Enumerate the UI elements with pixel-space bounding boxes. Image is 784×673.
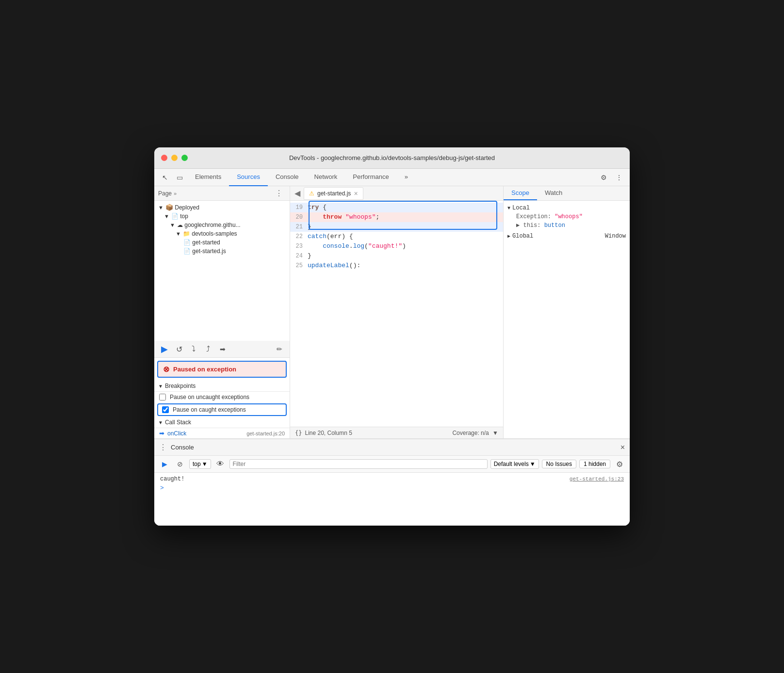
console-settings-icon[interactable]: ⚙ (613, 458, 626, 470)
console-prompt[interactable]: > (154, 483, 630, 493)
pause-uncaught-row: Pause on uncaught exceptions (154, 392, 290, 402)
code-line-24: 24 } (290, 251, 503, 261)
editor-tab-get-started-js[interactable]: ⚠ get-started.js × (304, 187, 363, 200)
console-eye-icon[interactable]: 👁 (214, 458, 227, 470)
tree-item-get-started[interactable]: 📄 get-started (154, 238, 290, 247)
tab-watch[interactable]: Watch (537, 186, 570, 200)
scope-global: ▶ Global Window (507, 232, 626, 240)
console-filter-input[interactable] (229, 459, 488, 469)
tree-item-devtools-samples[interactable]: ▼ 📁 devtools-samples (154, 229, 290, 238)
more-options-icon[interactable]: ⋮ (612, 171, 626, 184)
warning-icon: ⚠ (309, 190, 314, 197)
pause-uncaught-checkbox[interactable] (159, 394, 166, 401)
step-button[interactable]: ➡ (216, 343, 229, 355)
devtools-window: DevTools - googlechrome.github.io/devtoo… (154, 147, 630, 526)
console-no-issues-badge[interactable]: No Issues (542, 460, 576, 468)
tab-network[interactable]: Network (307, 169, 345, 186)
pause-caught-checkbox[interactable] (162, 406, 169, 413)
console-log-link[interactable]: get-started.js:23 (570, 476, 624, 482)
exception-close-icon: ⊗ (163, 365, 169, 374)
console-close-icon[interactable]: × (621, 443, 625, 452)
pause-caught-row: Pause on caught exceptions (157, 403, 287, 416)
tab-performance[interactable]: Performance (345, 169, 396, 186)
deactivate-breakpoints-button[interactable]: ✏ (273, 343, 286, 355)
step-over-button[interactable]: ↺ (173, 343, 185, 355)
tree-item-deployed[interactable]: ▼ 📦 Deployed (154, 203, 290, 212)
paused-on-exception-banner: ⊗ Paused on exception (157, 361, 287, 378)
tab-close-icon[interactable]: × (354, 190, 358, 197)
tab-sources[interactable]: Sources (229, 169, 268, 186)
code-line-19: 19 try { (290, 203, 503, 212)
scope-local: ▼ Local Exception: "whoops" ▶ this: butt… (507, 204, 626, 230)
console-area: ⋮ Console × ▶ ⊘ top ▼ 👁 Default levels ▼ (154, 438, 630, 526)
main-content: Page » ⋮ ▼ 📦 Deployed ▼ 📄 t (154, 186, 630, 438)
back-button[interactable]: ◀ (292, 188, 303, 199)
console-run-icon[interactable]: ▶ (158, 458, 171, 470)
tab-console[interactable]: Console (268, 169, 307, 186)
maximize-button[interactable] (181, 155, 188, 161)
panel-menu-icon[interactable]: ⋮ (272, 187, 286, 200)
format-icon[interactable]: {} (295, 430, 302, 436)
console-levels-dropdown[interactable]: Default levels ▼ (490, 459, 539, 469)
tree-item-get-started-js[interactable]: 📄 get-started.js (154, 247, 290, 256)
scope-local-header[interactable]: ▼ Local (507, 204, 626, 212)
code-line-21: 21 } (290, 222, 503, 232)
scope-content: ▼ Local Exception: "whoops" ▶ this: butt… (504, 201, 630, 245)
console-context-dropdown[interactable]: top ▼ (189, 459, 211, 469)
close-button[interactable] (161, 155, 167, 161)
traffic-lights (161, 155, 188, 161)
right-panel: Scope Watch ▼ Local Exception: (504, 186, 630, 438)
console-log-line: caught! get-started.js:23 (154, 475, 630, 483)
minimize-button[interactable] (171, 155, 178, 161)
left-panel: Page » ⋮ ▼ 📦 Deployed ▼ 📄 t (154, 186, 290, 438)
console-toolbar: ▶ ⊘ top ▼ 👁 Default levels ▼ No Issues 1… (154, 456, 630, 473)
tab-scope[interactable]: Scope (504, 186, 537, 200)
status-bar: {} Line 20, Column 5 Coverage: n/a ▼ (290, 427, 503, 438)
console-title: Console (171, 444, 194, 451)
settings-icon[interactable]: ⚙ (597, 171, 610, 184)
titlebar: DevTools - googlechrome.github.io/devtoo… (154, 147, 630, 169)
cursor-position: Line 20, Column 5 (305, 430, 352, 436)
console-dots-icon[interactable]: ⋮ (159, 443, 167, 452)
tree-item-top[interactable]: ▼ 📄 top (154, 212, 290, 221)
scope-exception: Exception: "whoops" (507, 212, 626, 221)
tree-item-domain[interactable]: ▼ ☁ googlechrome.githu... (154, 221, 290, 229)
cursor-tool-icon[interactable]: ↖ (158, 171, 172, 184)
center-panel: ◀ ⚠ get-started.js × 19 try { (290, 186, 504, 438)
code-line-25: 25 updateLabel(): (290, 261, 503, 271)
tab-elements[interactable]: Elements (187, 169, 229, 186)
console-hidden-badge: 1 hidden (579, 460, 610, 468)
window-title: DevTools - googlechrome.github.io/devtoo… (289, 154, 495, 161)
devtools-body: Page » ⋮ ▼ 📦 Deployed ▼ 📄 t (154, 186, 630, 526)
console-block-icon[interactable]: ⊘ (174, 458, 186, 470)
step-out-button[interactable]: ⤴ (202, 343, 214, 355)
code-line-23: 23 console.log("caught!") (290, 241, 503, 251)
main-tab-bar: Elements Sources Console Network Perform… (187, 169, 416, 186)
code-line-20: 20 throw "whoops"; (290, 212, 503, 222)
editor-tab-bar: ◀ ⚠ get-started.js × (290, 186, 503, 201)
coverage-menu-icon[interactable]: ▼ (492, 430, 498, 436)
right-tab-bar: Scope Watch (504, 186, 630, 201)
resume-button[interactable]: ▶ (158, 343, 171, 355)
debug-toolbar: ▶ ↺ ⤵ ⤴ ➡ ✏ (154, 341, 290, 358)
code-line-22: 22 catch(err) { (290, 232, 503, 241)
tab-more[interactable]: » (397, 169, 416, 186)
scope-global-header[interactable]: ▶ Global Window (507, 232, 626, 240)
code-editor[interactable]: 19 try { 20 throw "whoops"; 21 } 2 (290, 201, 503, 427)
breakpoints-section-header[interactable]: ▼ Breakpoints (154, 381, 290, 392)
call-stack-item[interactable]: ➡ onClick get-started.js:20 (154, 428, 290, 438)
step-into-button[interactable]: ⤵ (187, 343, 200, 355)
device-toolbar-icon[interactable]: ▭ (173, 171, 186, 184)
scope-this[interactable]: ▶ this: button (507, 221, 626, 230)
console-header: ⋮ Console × (154, 439, 630, 456)
file-tree: ▼ 📦 Deployed ▼ 📄 top ▼ ☁ goog (154, 201, 290, 341)
file-tree-header: Page » ⋮ (154, 186, 290, 201)
main-toolbar: ↖ ▭ Elements Sources Console Network Per… (154, 169, 630, 186)
call-stack-section-header[interactable]: ▼ Call Stack (154, 417, 290, 428)
console-log-area: caught! get-started.js:23 > (154, 473, 630, 526)
coverage-label: Coverage: n/a ▼ (452, 430, 498, 436)
